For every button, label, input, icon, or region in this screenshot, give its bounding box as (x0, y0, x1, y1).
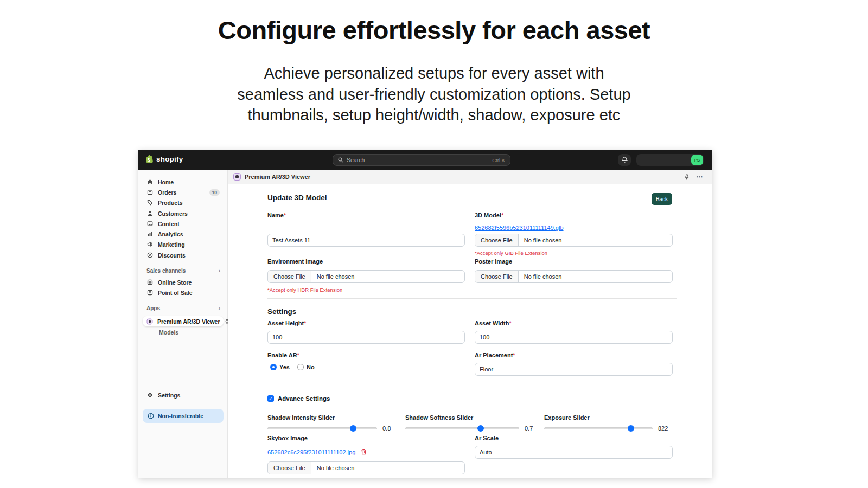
home-icon (146, 179, 154, 185)
slider-track (544, 427, 653, 429)
sidebar-item-models[interactable]: Models (159, 329, 178, 336)
page-title: Update 3D Model (267, 194, 327, 202)
radio-label: Yes (279, 364, 290, 370)
sidebar-item-content[interactable]: Content (143, 219, 224, 229)
asset-height-label: Asset Height* (267, 320, 307, 326)
sidebar-item-label: Orders (158, 189, 205, 196)
slider-thumb[interactable] (477, 425, 484, 432)
sidebar-item-label: Customers (158, 210, 220, 217)
sidebar-section-apps[interactable]: Apps › (146, 305, 224, 311)
shadow-softness-slider[interactable] (405, 425, 519, 432)
choose-file-button[interactable]: Choose File (268, 462, 311, 474)
gear-icon (146, 392, 154, 398)
app-header: Premium AR/3D Viewer ⋯ (228, 170, 712, 184)
section-divider (267, 387, 677, 387)
sidebar-item-discounts[interactable]: Discounts (143, 250, 224, 260)
skybox-file-link[interactable]: 652682c6c295f231011111102.jpg (267, 449, 355, 455)
content-icon (146, 221, 154, 227)
search-shortcut: Ctrl K (492, 157, 505, 163)
shopify-logo[interactable]: shopify (145, 155, 183, 164)
sidebar-item-label: Discounts (158, 252, 220, 259)
shadow-intensity-slider[interactable] (267, 425, 377, 432)
chevron-right-icon: › (219, 268, 220, 274)
checkbox-checked-icon[interactable]: ✓ (267, 395, 274, 402)
sidebar-item-point-of-sale[interactable]: Point of Sale (143, 287, 224, 298)
delete-skybox-icon[interactable] (361, 448, 367, 455)
avatar-initials: PS (694, 158, 700, 163)
search-input[interactable]: Search Ctrl K (333, 154, 510, 166)
radio-checked-icon[interactable] (270, 364, 277, 370)
non-transferable-notice[interactable]: Non-transferable (143, 409, 224, 423)
sidebar-item-analytics[interactable]: Analytics (143, 229, 224, 239)
slider-track (267, 427, 377, 429)
file-status-text: No file chosen (311, 271, 360, 282)
sidebar-item-products[interactable]: Products (143, 197, 224, 208)
hero-subtitle: Achieve personalized setups for every as… (0, 63, 868, 126)
model-file-link[interactable]: 652682f5596b5231011111149.glb (475, 224, 564, 231)
radio-label: No (307, 364, 315, 370)
environment-file-input[interactable]: Choose File No file chosen (267, 270, 465, 283)
app-icon (146, 318, 153, 325)
sidebar-item-label: Settings (158, 392, 220, 399)
account-menu[interactable]: PS (636, 154, 704, 166)
orders-icon (146, 189, 154, 195)
app-icon (233, 173, 241, 181)
sidebar-item-customers[interactable]: Customers (143, 208, 224, 219)
point-of-sale-icon (146, 290, 154, 296)
avatar[interactable]: PS (691, 155, 703, 165)
sidebar-item-premium-ar-3d-viewer[interactable]: Premium AR/3D Viewer (143, 316, 224, 326)
sidebar-item-marketing[interactable]: Marketing (143, 239, 224, 249)
sidebar-item-label: Online Store (158, 279, 220, 286)
slider-thumb[interactable] (628, 425, 634, 432)
name-input[interactable] (267, 234, 465, 247)
asset-height-input[interactable] (267, 331, 465, 344)
skybox-file-input[interactable]: Choose File No file chosen (267, 461, 465, 474)
radio-unchecked-icon[interactable] (297, 364, 304, 370)
enable-ar-yes-option[interactable]: Yes (270, 364, 290, 370)
asset-width-input[interactable] (475, 331, 673, 344)
model-extension-note: *Accept only GIB File Extension (475, 250, 547, 256)
sidebar-item-label: Products (158, 200, 220, 206)
required-mark: * (513, 352, 515, 358)
choose-file-button[interactable]: Choose File (268, 271, 311, 282)
enable-ar-no-option[interactable]: No (297, 364, 315, 370)
poster-file-input[interactable]: Choose File No file chosen (475, 270, 673, 283)
analytics-icon (146, 231, 154, 237)
back-button[interactable]: Back (652, 193, 672, 205)
model-file-input[interactable]: Choose File No file chosen (475, 234, 673, 247)
sidebar-section-sales-channels[interactable]: Sales channels › (146, 268, 224, 274)
enable-ar-radio-group: Yes No (270, 364, 315, 370)
exposure-slider[interactable] (544, 425, 653, 432)
hero-title: Configure effortlessly for each asset (0, 15, 868, 45)
chevron-right-icon: › (219, 305, 220, 311)
bell-icon (622, 157, 628, 163)
sidebar-item-label: Home (158, 179, 220, 185)
sidebar-item-settings[interactable]: Settings (143, 390, 224, 400)
choose-file-button[interactable]: Choose File (475, 271, 519, 282)
model-label: 3D Model* (475, 212, 503, 219)
shopify-wordmark: shopify (156, 155, 183, 163)
section-divider (267, 298, 677, 299)
notifications-button[interactable] (618, 154, 631, 166)
required-mark: * (501, 212, 503, 219)
choose-file-button[interactable]: Choose File (475, 234, 519, 246)
sidebar-item-online-store[interactable]: Online Store (143, 277, 224, 287)
sidebar-item-home[interactable]: Home (143, 177, 224, 187)
more-options-icon[interactable]: ⋯ (696, 173, 703, 181)
ar-placement-input[interactable] (475, 363, 673, 376)
required-mark: * (284, 212, 286, 219)
slider-thumb[interactable] (350, 425, 356, 432)
name-label: Name* (267, 212, 286, 219)
shadow-intensity-slider-row: 0.8 (267, 425, 391, 432)
sidebar-item-orders[interactable]: Orders 10 (143, 187, 224, 197)
shadow-intensity-value: 0.8 (382, 425, 391, 432)
hero-subtitle-line: thumbnails, setup height/width, shadow, … (0, 105, 868, 126)
advance-settings-label: Advance Settings (278, 395, 330, 402)
ar-placement-label: Ar Placement* (475, 352, 515, 358)
sidebar-item-label: Marketing (158, 241, 220, 248)
advance-settings-toggle[interactable]: ✓ Advance Settings (267, 395, 330, 402)
pin-icon[interactable] (684, 174, 690, 180)
ar-scale-input[interactable] (475, 446, 673, 459)
section-label: Apps (146, 305, 160, 311)
shadow-softness-label: Shadow Softness Slider (405, 414, 473, 421)
